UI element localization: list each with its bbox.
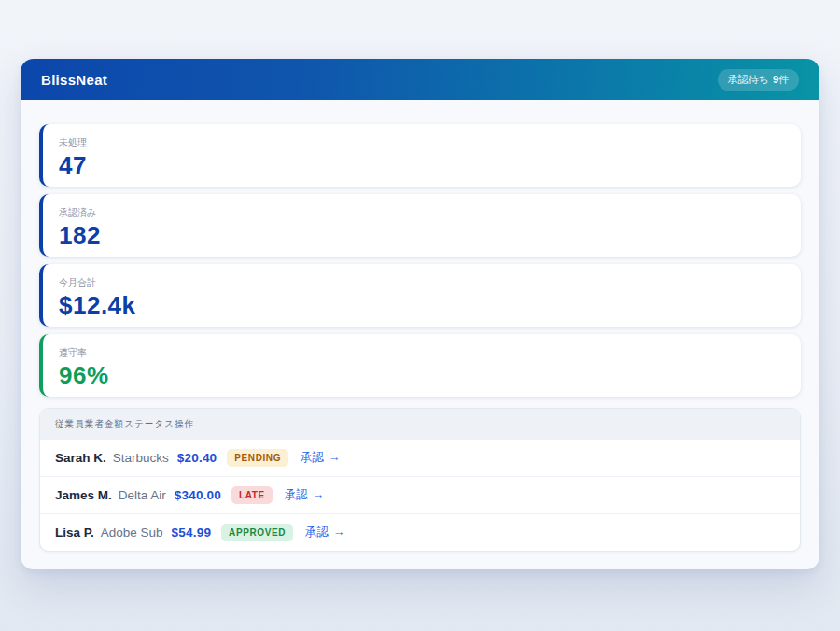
status-badge: APPROVED [221,524,293,541]
stat-card-unprocessed: 未処理 47 [39,124,801,187]
app-header: BlissNeat 承認待ち9件 [21,59,819,100]
vendor-name: Starbucks [113,451,169,465]
table-row: Sarah K. Starbucks $20.40 PENDING 承認→ [40,439,800,476]
panel-body: 未処理 47 承認済み 182 今月合計 $12.4k 遵守率 96% 従業員業… [21,100,819,569]
vendor-name: Delta Air [119,488,166,502]
arrow-right-icon: → [313,488,325,501]
amount: $54.99 [172,526,212,540]
stat-card-month-total: 今月合計 $12.4k [39,264,801,327]
pending-count-unit: 件 [778,74,789,85]
pending-count-badge: 承認待ち9件 [718,69,799,91]
employee-name: James M. [55,488,112,502]
amount: $340.00 [175,488,221,502]
stat-card-compliance: 遵守率 96% [39,334,801,397]
pending-count-label: 承認待ち [728,74,769,85]
approvals-table: 従業員業者金額ステータス操作 Sarah K. Starbucks $20.40… [39,408,801,552]
app-title: BlissNeat [41,72,107,88]
approve-link[interactable]: 承認→ [285,487,325,503]
employee-name: Sarah K. [55,451,106,465]
employee-name: Lisa P. [55,526,94,540]
table-row: Lisa P. Adobe Sub $54.99 APPROVED 承認→ [40,513,800,551]
stat-value: 96% [59,363,785,388]
stat-value: $12.4k [59,293,785,318]
stat-value: 47 [59,153,785,178]
status-badge: LATE [231,486,273,504]
table-header: 従業員業者金額ステータス操作 [40,409,800,439]
stat-value: 182 [59,223,785,248]
vendor-name: Adobe Sub [101,526,163,540]
stat-label: 遵守率 [59,346,785,359]
stat-label: 承認済み [59,206,785,219]
approve-link[interactable]: 承認→ [301,450,341,466]
table-row: James M. Delta Air $340.00 LATE 承認→ [40,476,800,513]
arrow-right-icon: → [333,526,345,539]
stat-label: 未処理 [59,136,785,149]
stat-label: 今月合計 [59,276,785,289]
status-badge: PENDING [227,449,288,467]
amount: $20.40 [177,451,217,465]
arrow-right-icon: → [329,451,341,464]
approve-link[interactable]: 承認→ [305,525,345,540]
main-panel: BlissNeat 承認待ち9件 未処理 47 承認済み 182 今月合計 $1… [21,59,819,569]
stat-card-approved: 承認済み 182 [39,194,801,257]
